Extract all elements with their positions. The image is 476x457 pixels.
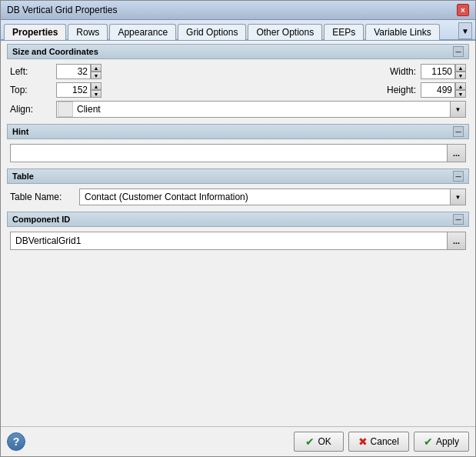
align-combo[interactable]: Client ▼ — [56, 101, 466, 118]
top-height-row: Top: ▲ ▼ Height: ▲ — [7, 81, 469, 99]
cancel-icon: ✖ — [358, 435, 368, 448]
component-id-label: Component ID — [12, 215, 70, 224]
hint-collapse[interactable]: ─ — [453, 126, 464, 137]
ok-icon: ✔ — [305, 435, 315, 448]
width-spin-up[interactable]: ▲ — [455, 64, 466, 72]
table-name-label: Table Name: — [10, 192, 79, 202]
window-title: DB Vertical Grid Properties — [7, 5, 117, 15]
width-input[interactable] — [421, 64, 455, 79]
table-combo-arrow[interactable]: ▼ — [450, 189, 465, 205]
hint-input-row: ... — [7, 142, 469, 164]
top-spin-up[interactable]: ▲ — [91, 82, 102, 90]
cancel-label: Cancel — [371, 436, 399, 447]
top-label: Top: — [10, 85, 56, 95]
apply-label: Apply — [436, 436, 459, 447]
table-name-row: Table Name: Contact (Customer Contact In… — [7, 187, 469, 207]
component-id-collapse[interactable]: ─ — [453, 214, 464, 225]
footer-buttons: ✔ OK ✖ Cancel ✔ Apply — [294, 432, 469, 452]
left-spin-up[interactable]: ▲ — [91, 64, 102, 72]
table-collapse[interactable]: ─ — [453, 171, 464, 182]
table-name-value: Contact (Customer Contact Information) — [80, 192, 450, 202]
size-coordinates-label: Size and Coordinates — [12, 47, 98, 56]
apply-icon: ✔ — [424, 435, 433, 448]
ok-label: OK — [318, 436, 331, 447]
top-spinbox: ▲ ▼ — [56, 82, 102, 98]
footer-left: ? — [7, 432, 25, 451]
size-coordinates-section: Size and Coordinates ─ Left: ▲ ▼ W — [7, 44, 469, 119]
hint-input[interactable] — [10, 144, 448, 162]
tab-properties[interactable]: Properties — [4, 24, 66, 40]
align-combo-text: Client — [74, 104, 450, 115]
tabs-bar: Properties Rows Appearance Grid Options … — [1, 20, 475, 41]
width-group: Width: ▲ ▼ — [238, 64, 467, 79]
component-id-header: Component ID ─ — [7, 212, 469, 227]
component-id-section: Component ID ─ ... — [7, 212, 469, 252]
tab-eeps[interactable]: EEPs — [324, 24, 364, 40]
size-coordinates-collapse[interactable]: ─ — [453, 46, 464, 57]
cancel-button[interactable]: ✖ Cancel — [348, 432, 409, 452]
hint-header: Hint ─ — [7, 124, 469, 139]
align-label: Align: — [10, 104, 56, 115]
width-spin-down[interactable]: ▼ — [455, 72, 466, 79]
align-combo-icon — [58, 102, 73, 117]
height-input[interactable] — [421, 82, 455, 98]
tab-rows[interactable]: Rows — [68, 24, 108, 40]
width-spinbox: ▲ ▼ — [421, 64, 466, 79]
table-header: Table ─ — [7, 168, 469, 184]
height-spin-up[interactable]: ▲ — [455, 82, 466, 90]
hint-dots-button[interactable]: ... — [448, 144, 466, 162]
main-window: DB Vertical Grid Properties × Properties… — [0, 0, 476, 457]
left-label: Left: — [10, 66, 56, 77]
help-button[interactable]: ? — [7, 432, 25, 451]
table-name-combo[interactable]: Contact (Customer Contact Information) ▼ — [79, 188, 466, 205]
apply-button[interactable]: ✔ Apply — [414, 432, 469, 452]
component-id-row: ... — [7, 230, 469, 252]
component-id-dots-button[interactable]: ... — [448, 232, 466, 250]
left-spin-down[interactable]: ▼ — [91, 72, 102, 79]
left-group: Left: ▲ ▼ — [10, 64, 238, 79]
hint-section: Hint ─ ... — [7, 124, 469, 164]
tabs-dropdown-button[interactable]: ▼ — [458, 22, 472, 39]
height-spin-buttons: ▲ ▼ — [455, 82, 466, 98]
top-input[interactable] — [56, 82, 91, 98]
tab-grid-options[interactable]: Grid Options — [178, 24, 246, 40]
align-combo-arrow[interactable]: ▼ — [450, 102, 465, 117]
left-spinbox: ▲ ▼ — [56, 64, 102, 79]
top-spin-down[interactable]: ▼ — [91, 90, 102, 98]
left-width-row: Left: ▲ ▼ Width: ▲ — [7, 62, 469, 81]
tab-other-options[interactable]: Other Options — [248, 24, 322, 40]
height-spin-down[interactable]: ▼ — [455, 90, 466, 98]
size-coordinates-header: Size and Coordinates ─ — [7, 44, 469, 59]
height-label: Height: — [374, 85, 421, 95]
left-input[interactable] — [56, 64, 91, 79]
height-spinbox: ▲ ▼ — [421, 82, 466, 98]
main-content: Size and Coordinates ─ Left: ▲ ▼ W — [1, 41, 475, 426]
footer: ? ✔ OK ✖ Cancel ✔ Apply — [1, 426, 475, 456]
left-spin-buttons: ▲ ▼ — [91, 64, 102, 79]
title-bar: DB Vertical Grid Properties × — [1, 1, 475, 20]
align-row: Align: Client ▼ — [7, 99, 469, 119]
top-spin-buttons: ▲ ▼ — [91, 82, 102, 98]
top-group: Top: ▲ ▼ — [10, 82, 238, 98]
width-label: Width: — [374, 66, 421, 77]
height-group: Height: ▲ ▼ — [238, 82, 467, 98]
tab-variable-links[interactable]: Variable Links — [365, 24, 439, 40]
table-section: Table ─ Table Name: Contact (Customer Co… — [7, 168, 469, 207]
hint-label: Hint — [12, 127, 28, 136]
component-id-input[interactable] — [10, 232, 448, 250]
width-spin-buttons: ▲ ▼ — [455, 64, 466, 79]
ok-button[interactable]: ✔ OK — [294, 432, 344, 452]
tab-appearance[interactable]: Appearance — [109, 24, 176, 40]
close-button[interactable]: × — [457, 4, 469, 16]
table-label: Table — [12, 172, 34, 181]
